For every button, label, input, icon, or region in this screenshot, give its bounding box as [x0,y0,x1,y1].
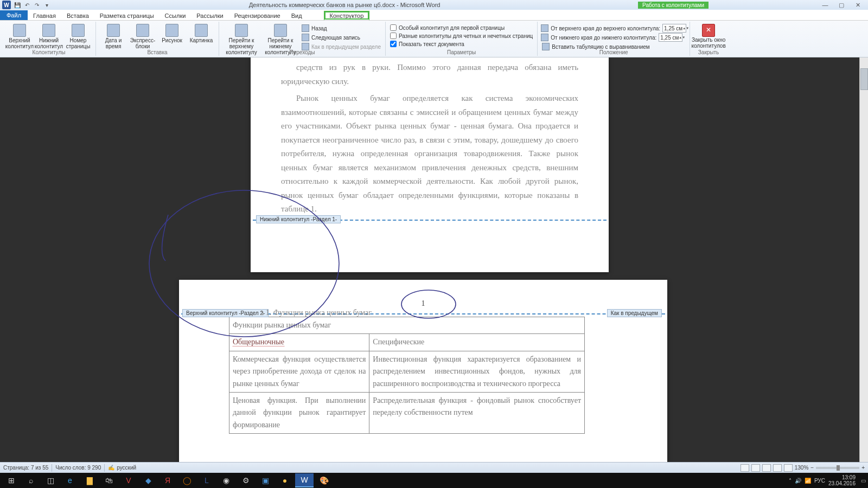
proofing-icon[interactable]: ✍ [108,465,114,471]
group-label-close: Закрыть [690,49,727,55]
zoom-value[interactable]: 130% [795,465,809,471]
page-2[interactable]: 1 Верхний колонтитул -Раздел 2- а 1. Фун… [179,280,667,462]
start-button[interactable]: ⊞ [2,473,21,487]
body-paragraph: Рынок ценных бумаг определяется как сист… [281,92,578,216]
group-label-nav: Переходы [219,49,385,55]
app-icon[interactable]: ● [276,473,294,487]
tab-mail[interactable]: Рассылки [191,11,228,20]
tab-view[interactable]: Вид [286,11,308,20]
caption-fragment: а 1. Функции рынка ценных бумаг [260,309,372,317]
steam-icon[interactable]: ◉ [217,473,235,487]
status-page[interactable]: Страница: 7 из 55 [3,465,48,471]
body-paragraph: средств из рук в руки. Помимо этого данн… [281,61,578,88]
tab-insert[interactable]: Вставка [61,11,94,20]
tray-volume-icon[interactable]: 🔊 [795,478,801,484]
zoom-slider[interactable] [816,467,859,469]
page-number[interactable]: 1 [179,280,667,309]
vertical-scrollbar[interactable] [859,57,868,462]
status-lang[interactable]: русский [117,465,136,471]
group-label-position: Положение [538,49,690,55]
table-header: Функции рынка ценных бумаг [229,317,585,334]
document-area[interactable]: средств из рук в руки. Помимо этого данн… [0,57,859,462]
tray-network-icon[interactable]: 📶 [805,478,811,484]
document-title: Деятельность коммерческх банков на рынке… [51,2,638,8]
header-label: Верхний колонтитул -Раздел 2- [182,309,269,317]
status-bar: Страница: 7 из 55 Число слов: 9 290 ✍ ру… [0,462,868,473]
tray-up-icon[interactable]: ˄ [789,478,792,484]
footer-label: Нижний колонтитул -Раздел 1- [256,215,341,223]
app-icon[interactable]: ▣ [256,473,275,487]
chk-first-page[interactable]: Особый колонтитул для первой страницы [389,24,534,31]
task-view-icon[interactable]: ◫ [41,473,60,487]
page-1[interactable]: средств из рук в руки. Помимо этого данн… [251,57,609,272]
header-distance-input[interactable]: 1,25 см▲▼ [662,24,686,33]
close-button[interactable]: ✕ [850,1,866,9]
table-cell: Ценовая функция. При выполнении данной ф… [229,392,369,433]
functions-table: Функции рынка ценных бумаг ОбщерыночныеС… [229,317,585,434]
status-words[interactable]: Число слов: 9 290 [55,465,101,471]
table-cell: Инвестиционная функция характеризуется о… [369,351,585,392]
table-cell: Распределительная функция - фондовый рын… [369,392,585,433]
app-icon[interactable]: ◯ [178,473,196,487]
minimize-button[interactable]: — [817,1,833,9]
clock[interactable]: 13:0923.04.2016 [828,474,858,486]
group-label-headerfooter: Колонтитулы [2,49,95,55]
nav-back-button[interactable]: Назад [301,24,382,33]
footer-distance-label: От нижнего края до нижнего колонтитула: [551,35,656,41]
view-outline[interactable] [773,464,782,472]
tab-refs[interactable]: Ссылки [159,11,192,20]
table-cell: Общерыночные [233,338,284,346]
store-icon[interactable]: 🛍 [100,473,118,487]
zoom-in[interactable]: + [861,465,865,471]
undo-icon[interactable]: ↶ [23,1,31,9]
tab-file[interactable]: Файл [0,10,28,20]
edge-icon[interactable]: e [61,473,79,487]
app-icon[interactable]: ◆ [139,473,157,487]
contextual-tab-label: Работа с колонтитулами [638,2,709,9]
header-distance-label: От верхнего края до верхнего колонтитула… [551,25,660,31]
quick-access-toolbar: 💾 ↶ ↷ ▾ [13,1,51,9]
chk-show-doc[interactable]: Показать текст документа [389,40,534,48]
footer-distance-input[interactable]: 1,25 см▲▼ [659,33,682,42]
tray-lang[interactable]: РУС [814,478,825,484]
view-draft[interactable] [784,464,793,472]
redo-icon[interactable]: ↷ [33,1,41,9]
notifications-icon[interactable]: ▭ [861,478,866,484]
chk-odd-even[interactable]: Разные колонтитулы для четных и нечетных… [389,32,534,40]
save-icon[interactable]: 💾 [13,1,22,9]
group-label-options: Параметры [386,49,537,55]
app-icon[interactable]: ⚙ [237,473,255,487]
app-icon[interactable]: V [119,473,138,487]
view-full-screen[interactable] [751,464,760,472]
explorer-icon[interactable]: ▇ [80,473,99,487]
qat-more-icon[interactable]: ▾ [42,1,51,9]
view-web[interactable] [762,464,771,472]
tab-design[interactable]: Конструктор [324,11,370,20]
paint-icon[interactable]: 🎨 [315,473,333,487]
taskbar[interactable]: ⊞ ⌕ ◫ e ▇ 🛍 V ◆ Я ◯ L ◉ ⚙ ▣ ● W 🎨 ˄ 🔊 📶 … [0,473,868,488]
group-label-insert: Вставка [96,49,219,55]
tab-home[interactable]: Главная [28,11,61,20]
table-cell: Специфические [369,334,585,351]
zoom-out[interactable]: − [810,465,814,471]
table-cell: Коммерческая функция осуществляется чере… [229,351,369,392]
app-icon[interactable]: Я [158,473,177,487]
tab-review[interactable]: Рецензирование [229,11,286,20]
search-icon[interactable]: ⌕ [22,473,40,487]
word-taskbar-icon[interactable]: W [295,473,314,487]
maximize-button[interactable]: ▢ [833,1,850,9]
nav-next-button[interactable]: Следующая запись [301,33,382,42]
tab-layout[interactable]: Разметка страницы [94,11,159,20]
word-icon: W [2,1,11,9]
view-print-layout[interactable] [741,464,749,472]
same-as-previous-label: Как в предыдущем [607,309,662,317]
app-icon[interactable]: L [197,473,216,487]
